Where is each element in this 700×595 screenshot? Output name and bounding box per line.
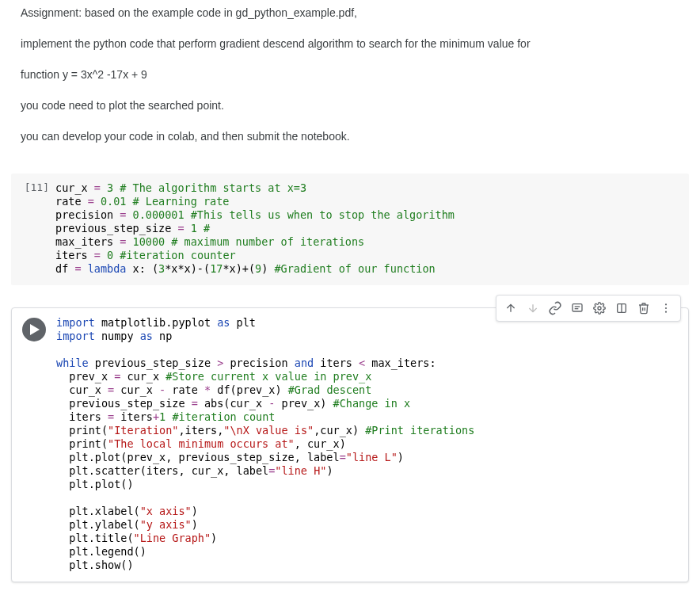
delete-button[interactable] — [633, 297, 655, 319]
comment-button[interactable] — [566, 297, 588, 319]
move-up-button[interactable] — [500, 297, 522, 319]
svg-point-5 — [665, 303, 667, 305]
cell-toolbar — [496, 295, 681, 322]
assignment-line-5: you can develop your code in colab, and … — [21, 128, 679, 145]
comment-icon — [571, 302, 584, 315]
code-cell-1: [11] cur_x = 3 # The algorithm starts at… — [11, 174, 689, 285]
run-cell-button[interactable] — [22, 318, 46, 341]
link-button[interactable] — [544, 297, 566, 319]
more-vertical-icon — [660, 302, 672, 315]
assignment-line-4: you code need to plot the searched point… — [21, 97, 679, 114]
assignment-line-1: Assignment: based on the example code in… — [21, 5, 679, 21]
execution-count: [11] — [11, 180, 55, 279]
arrow-down-icon — [527, 302, 539, 315]
more-button[interactable] — [655, 297, 677, 319]
code-editor[interactable]: import matplotlib.pyplot as plt import n… — [56, 315, 688, 575]
code-editor-readonly[interactable]: cur_x = 3 # The algorithm starts at x=3 … — [55, 180, 689, 279]
link-icon — [548, 301, 562, 315]
svg-rect-0 — [573, 304, 582, 311]
svg-point-7 — [665, 311, 667, 313]
mirror-icon — [615, 302, 628, 315]
trash-icon — [637, 302, 650, 315]
code-cell-2-active: import matplotlib.pyplot as plt import n… — [11, 307, 689, 582]
svg-marker-8 — [30, 324, 40, 335]
play-icon — [30, 324, 40, 335]
settings-button[interactable] — [588, 297, 611, 319]
arrow-up-icon — [504, 302, 517, 315]
svg-point-6 — [665, 307, 667, 309]
svg-point-3 — [598, 307, 601, 310]
mirror-button[interactable] — [611, 297, 633, 319]
assignment-line-2: implement the python code that perform g… — [21, 36, 679, 52]
gear-icon — [593, 302, 606, 315]
move-down-button[interactable] — [522, 297, 544, 319]
assignment-text-cell: Assignment: based on the example code in… — [0, 0, 700, 170]
assignment-line-3: function y = 3x^2 -17x + 9 — [21, 67, 679, 83]
